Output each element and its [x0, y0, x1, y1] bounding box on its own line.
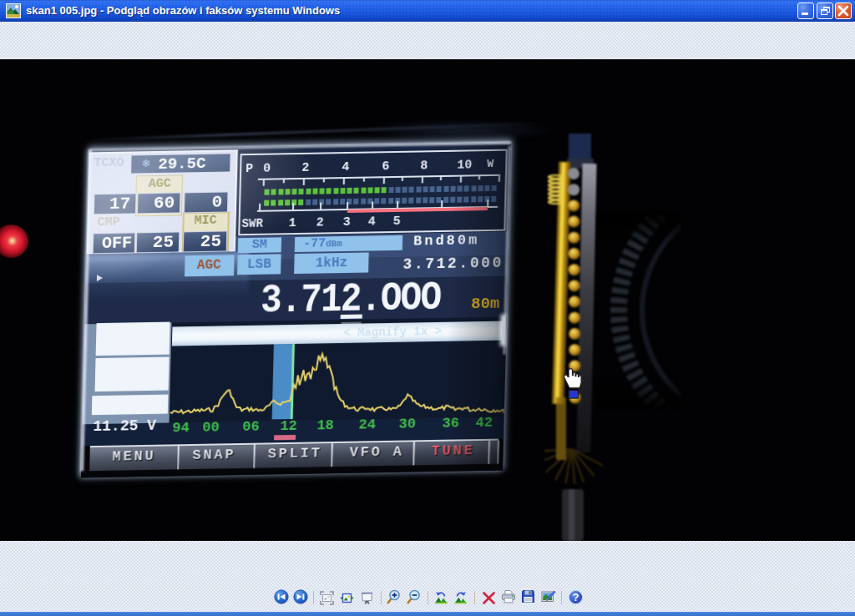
svg-text:?: ?	[573, 592, 579, 603]
